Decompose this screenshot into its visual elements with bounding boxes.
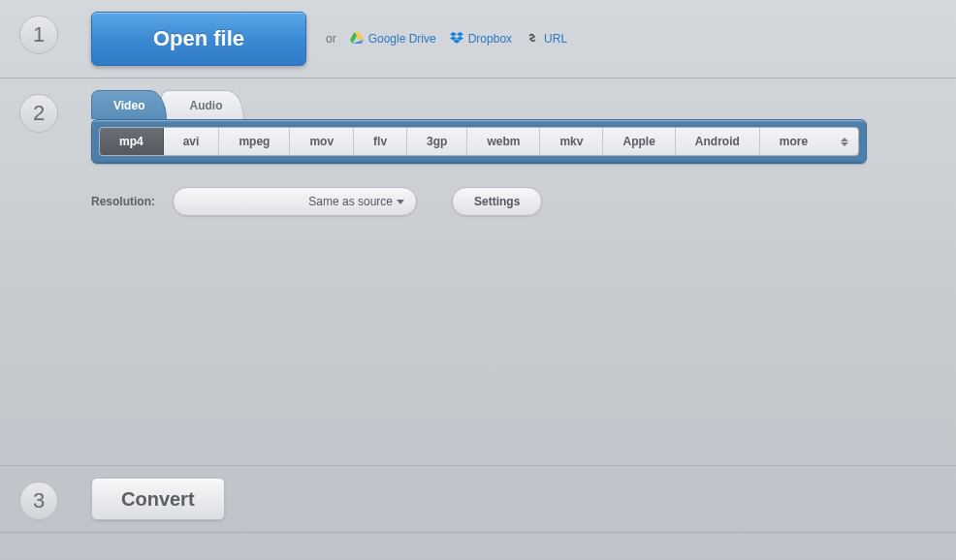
format-mkv[interactable]: mkv — [540, 128, 603, 155]
resolution-label: Resolution: — [91, 195, 155, 208]
or-text: or — [326, 32, 336, 46]
source-label: Google Drive — [368, 32, 436, 46]
link-icon — [526, 32, 539, 47]
step-badge-3: 3 — [19, 482, 58, 520]
file-sources: or Google Drive Dropbox URL — [326, 32, 567, 47]
source-label: Dropbox — [468, 32, 512, 46]
format-flv[interactable]: flv — [354, 128, 407, 155]
sort-icon — [841, 138, 848, 146]
resolution-dropdown[interactable]: Same as source — [173, 187, 417, 216]
step-1-section: 1 Open file or Google Drive Dropbox URL — [0, 0, 956, 78]
step-badge-2: 2 — [19, 94, 58, 133]
format-mp4[interactable]: mp4 — [100, 128, 164, 155]
format-avi[interactable]: avi — [164, 128, 220, 155]
media-tabs: Video Audio — [91, 90, 937, 119]
source-label: URL — [544, 32, 567, 46]
tab-video[interactable]: Video — [91, 90, 167, 119]
convert-button[interactable]: Convert — [91, 478, 225, 520]
format-mov[interactable]: mov — [290, 128, 354, 155]
format-webm[interactable]: webm — [467, 128, 540, 155]
source-dropbox[interactable]: Dropbox — [450, 32, 512, 47]
svg-marker-4 — [457, 32, 463, 36]
format-apple[interactable]: Apple — [603, 128, 675, 155]
step-2-section: 2 Video Audio mp4 avi mpeg mov flv 3gp w… — [0, 78, 956, 466]
options-row: Resolution: Same as source Settings — [91, 187, 937, 216]
svg-marker-3 — [450, 32, 457, 36]
source-url[interactable]: URL — [526, 32, 567, 47]
format-3gp[interactable]: 3gp — [407, 128, 467, 155]
format-mpeg[interactable]: mpeg — [219, 128, 290, 155]
format-android[interactable]: Android — [676, 128, 760, 155]
source-google-drive[interactable]: Google Drive — [350, 32, 436, 47]
format-row: mp4 avi mpeg mov flv 3gp webm mkv Apple … — [99, 127, 859, 156]
resolution-value: Same as source — [308, 195, 393, 208]
format-more[interactable]: more — [760, 128, 858, 155]
step-3-section: 3 Convert — [0, 466, 956, 533]
open-file-button[interactable]: Open file — [91, 12, 306, 66]
step-badge-1: 1 — [19, 16, 58, 54]
format-more-label: more — [780, 135, 808, 148]
settings-button[interactable]: Settings — [452, 187, 542, 216]
drive-icon — [350, 32, 364, 47]
tab-audio[interactable]: Audio — [161, 90, 244, 119]
dropbox-icon — [450, 32, 463, 47]
chevron-down-icon — [397, 200, 404, 204]
format-bar: mp4 avi mpeg mov flv 3gp webm mkv Apple … — [91, 119, 867, 164]
